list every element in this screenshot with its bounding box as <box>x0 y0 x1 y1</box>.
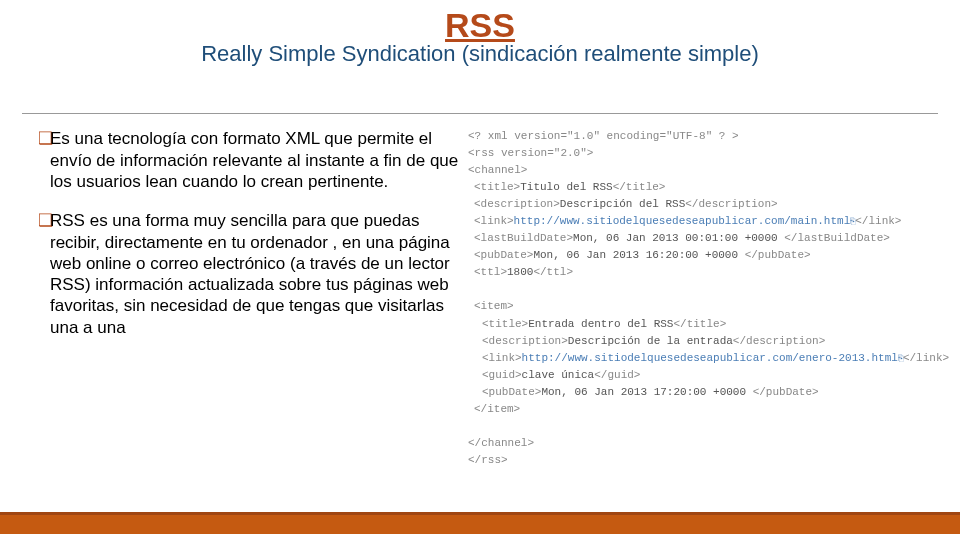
bullet-1: ❑ Es una tecnología con formato XML que … <box>22 128 464 192</box>
bullet-2: ❑ RSS es una forma muy sencilla para que… <box>22 210 464 338</box>
content-area: ❑ Es una tecnología con formato XML que … <box>22 128 938 469</box>
code-line: </channel> <box>468 435 938 452</box>
bullet-list: ❑ Es una tecnología con formato XML que … <box>22 128 464 469</box>
code-line: <link>http://www.sitiodelquesedeseapubli… <box>468 350 938 367</box>
code-line: <lastBuildDate>Mon, 06 Jan 2013 00:01:00… <box>468 230 938 247</box>
footer-bar <box>0 512 960 534</box>
divider <box>22 113 938 114</box>
code-line: <guid>clave única</guid> <box>468 367 938 384</box>
code-line: <? xml version="1.0" encoding="UTF-8" ? … <box>468 128 938 145</box>
code-line: <pubDate>Mon, 06 Jan 2013 16:20:00 +0000… <box>468 247 938 264</box>
slide-title: RSS <box>0 6 960 45</box>
code-line: <link>http://www.sitiodelquesedeseapubli… <box>468 213 938 230</box>
code-line: <item> <box>468 298 938 315</box>
code-blank-line <box>468 281 938 298</box>
code-line: </item> <box>468 401 938 418</box>
code-line: <pubDate>Mon, 06 Jan 2013 17:20:00 +0000… <box>468 384 938 401</box>
code-line: <description>Descripción de la entrada</… <box>468 333 938 350</box>
code-line: <title>Titulo del RSS</title> <box>468 179 938 196</box>
code-line: <description>Descripción del RSS</descri… <box>468 196 938 213</box>
bullet-1-text: Es una tecnología con formato XML que pe… <box>50 128 464 192</box>
code-blank-line <box>468 418 938 435</box>
code-line: <channel> <box>468 162 938 179</box>
code-line: </rss> <box>468 452 938 469</box>
code-example: <? xml version="1.0" encoding="UTF-8" ? … <box>468 128 938 469</box>
slide-subtitle: Really Simple Syndication (sindicación r… <box>0 41 960 67</box>
bullet-2-text: RSS es una forma muy sencilla para que p… <box>50 210 464 338</box>
code-line: <title>Entrada dentro del RSS</title> <box>468 316 938 333</box>
code-line: <ttl>1800</ttl> <box>468 264 938 281</box>
code-line: <rss version="2.0"> <box>468 145 938 162</box>
